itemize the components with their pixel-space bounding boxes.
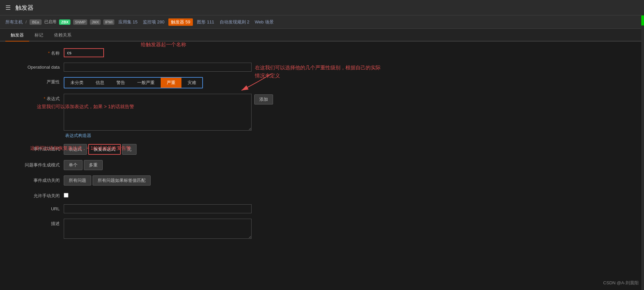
jmx-badge: JMX: [90, 19, 101, 25]
severity-row: 严重性 未分类 信息 警告 一般严重 严重 灾难: [10, 77, 634, 88]
url-input[interactable]: [64, 204, 252, 213]
scrollbar-thumb: [641, 15, 644, 25]
nav-separator: /: [25, 19, 27, 24]
snmp-badge: SNMP: [73, 19, 87, 25]
discovery-link[interactable]: 自动发现规则 2: [218, 19, 251, 25]
app-title: 触发器: [15, 4, 34, 12]
desc-label: 描述: [10, 219, 64, 227]
severity-container: 未分类 信息 警告 一般严重 严重 灾难: [64, 77, 203, 88]
tab-trigger[interactable]: 触发器: [5, 29, 29, 42]
name-label: 名称: [10, 48, 64, 56]
severity-btn-warning[interactable]: 警告: [110, 78, 131, 88]
host-nav: 所有主机 / BEa 已启用 ZBX SNMP JMX IPMI 应用集 15 …: [0, 15, 644, 29]
manual-close-row: 允许手动关闭: [10, 191, 634, 199]
problem-gen-single-btn[interactable]: 单个: [64, 160, 83, 170]
severity-btn-info[interactable]: 信息: [90, 78, 110, 88]
operational-data-input[interactable]: [64, 63, 252, 72]
event-success-recovery-btn[interactable]: 恢复表达式: [88, 144, 121, 155]
event-success-toggle-group: 表达式 恢复表达式 无: [64, 144, 138, 155]
ipmi-badge: IPMI: [103, 19, 114, 25]
all-hosts-link[interactable]: 所有主机: [5, 19, 23, 25]
problem-gen-multiple-btn[interactable]: 多重: [84, 160, 103, 170]
app-set-link[interactable]: 应用集 15: [117, 19, 139, 25]
operational-data-row: Operational data: [10, 63, 634, 72]
expression-row: 表达式 添加 表达式构造器 这里我们可以添加表达式，如果 > 1的话就告警: [10, 94, 634, 139]
csdn-watermark: CSDN @A-刘晨阳: [603, 280, 639, 286]
manual-close-label: 允许手动关闭: [10, 191, 64, 199]
main-content: 名称 给触发器起一个名称 Operational data 严重性 未分类 信息…: [0, 42, 644, 251]
operational-data-label: Operational data: [10, 63, 64, 70]
desc-row: 描述: [10, 219, 634, 239]
event-success-expression-btn[interactable]: 表达式: [64, 144, 87, 155]
expression-label: 表达式: [10, 94, 64, 102]
name-hint: 给触发器起一个名称: [141, 42, 186, 48]
name-row: 名称 给触发器起一个名称: [10, 48, 634, 57]
severity-btn-high[interactable]: 严重: [161, 78, 181, 88]
close-problems-tag-match-btn[interactable]: 所有问题如果标签值匹配: [93, 175, 151, 186]
severity-label: 严重性: [10, 77, 64, 85]
severity-btn-average[interactable]: 一般严重: [131, 78, 161, 88]
severity-btn-disaster[interactable]: 灾难: [181, 78, 202, 88]
trigger-link[interactable]: 触发器 59: [168, 18, 193, 26]
event-success-none-btn[interactable]: 无: [122, 144, 137, 155]
url-row: URL: [10, 204, 634, 213]
tab-tags[interactable]: 标记: [29, 29, 49, 42]
expression-builder-link[interactable]: 表达式构造器: [65, 133, 91, 138]
tabs-bar: 触发器 标记 依赖关系: [0, 29, 644, 42]
monitor-link[interactable]: 监控项 280: [142, 19, 166, 25]
graph-link[interactable]: 图形 111: [196, 19, 215, 25]
expression-area: 添加 表达式构造器: [64, 94, 273, 139]
url-label: URL: [10, 204, 64, 211]
severity-btn-unclassified[interactable]: 未分类: [64, 78, 90, 88]
name-input[interactable]: [64, 48, 104, 57]
add-expression-button[interactable]: 添加: [254, 94, 273, 104]
event-close-row: 事件成功关闭 所有问题 所有问题如果标签值匹配: [10, 175, 634, 186]
scrollbar: [641, 0, 644, 290]
web-link[interactable]: Web 场景: [253, 19, 275, 25]
zbx-badge: ZBX: [59, 19, 70, 25]
event-success-label: 事件成功迭代: [10, 144, 64, 152]
close-all-problems-btn[interactable]: 所有问题: [64, 175, 91, 186]
enabled-badge: 已启用: [44, 19, 56, 25]
desc-textarea[interactable]: [64, 219, 252, 239]
top-navbar: ☰ 触发器: [0, 0, 644, 15]
host-pill: BEa: [30, 19, 42, 25]
tab-dependencies[interactable]: 依赖关系: [49, 29, 77, 42]
event-success-row: 事件成功迭代 表达式 恢复表达式 无 这里可以添加恢复表达式，= 1的话就是恢复…: [10, 144, 634, 155]
problem-gen-label: 问题事件生成模式: [10, 160, 64, 168]
hamburger-icon[interactable]: ☰: [5, 4, 11, 11]
expression-textarea[interactable]: [64, 94, 252, 131]
problem-gen-row: 问题事件生成模式 单个 多重: [10, 160, 634, 170]
manual-close-checkbox[interactable]: [64, 193, 68, 198]
event-close-label: 事件成功关闭: [10, 175, 64, 184]
